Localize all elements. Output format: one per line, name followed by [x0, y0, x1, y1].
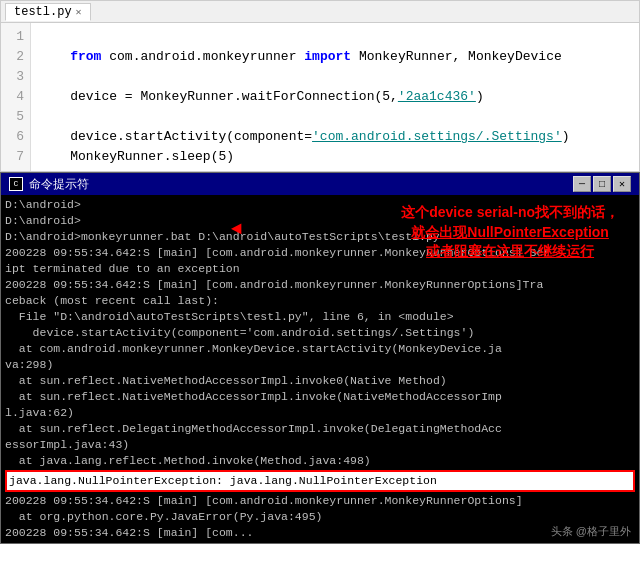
minimize-button[interactable]: ─ — [573, 176, 591, 192]
cmd-line-11: va:298) — [5, 357, 635, 373]
after-error-2: 200228 09:55:34.642:S [main] [com.androi… — [5, 493, 635, 509]
cmd-line-14: l.java:62) — [5, 405, 635, 421]
editor-content: 1 2 3 4 5 6 7 from com.android.monkeyrun… — [1, 23, 639, 171]
editor-tab[interactable]: testl.py ✕ — [5, 3, 91, 21]
cmd-icon: C — [9, 177, 23, 191]
cmd-win-buttons: ─ □ ✕ — [573, 176, 631, 192]
after-error-3: at org.python.core.Py.JavaError(Py.java:… — [5, 509, 635, 525]
code-line-2: from com.android.monkeyrunner import Mon… — [39, 47, 631, 67]
close-button[interactable]: ✕ — [613, 176, 631, 192]
cmd-line-17: at java.lang.reflect.Method.invoke(Metho… — [5, 453, 635, 469]
editor-titlebar: testl.py ✕ — [1, 1, 639, 23]
code-line-6: device.startActivity(component='com.andr… — [39, 127, 631, 147]
cmd-line-16: essorImpl.java:43) — [5, 437, 635, 453]
tab-close-icon[interactable]: ✕ — [76, 6, 82, 18]
line-numbers: 1 2 3 4 5 6 7 — [1, 23, 31, 171]
code-line-3 — [39, 67, 631, 87]
maximize-button[interactable]: □ — [593, 176, 611, 192]
after-error-4: 200228 09:55:34.642:S [main] [com... — [5, 525, 635, 541]
cmd-line-prompt2: D:\android> — [5, 213, 635, 229]
cmd-line-13: at sun.reflect.NativeMethodAccessorImpl.… — [5, 389, 635, 405]
cmd-line-5: ipt terminated due to an exception — [5, 261, 635, 277]
cmd-titlebar: C 命令提示符 ─ □ ✕ — [1, 173, 639, 195]
cmd-window: C 命令提示符 ─ □ ✕ 这个device serial-no找不到的话， 就… — [0, 172, 640, 544]
cmd-line-12: at sun.reflect.NativeMethodAccessorImpl.… — [5, 373, 635, 389]
cmd-line-6: 200228 09:55:34.642:S [main] [com.androi… — [5, 277, 635, 293]
cmd-line-8: File "D:\android\autoTestScripts\testl.p… — [5, 309, 635, 325]
cmd-line-4: 200228 09:55:34.642:S [main] [com.androi… — [5, 245, 635, 261]
cmd-content: D:\android> D:\android> D:\android>monke… — [1, 195, 639, 543]
cmd-line-9: device.startActivity(component='com.andr… — [5, 325, 635, 341]
cmd-title-left: C 命令提示符 — [9, 176, 89, 193]
cmd-line-7: ceback (most recent call last): — [5, 293, 635, 309]
cmd-line-15: at sun.reflect.DelegatingMethodAccessorI… — [5, 421, 635, 437]
tab-label: testl.py — [14, 5, 72, 19]
cmd-title-label: 命令提示符 — [29, 176, 89, 193]
code-line-4: device = MonkeyRunner.waitForConnection(… — [39, 87, 631, 107]
cmd-line-prompt1: D:\android> — [5, 197, 635, 213]
code-lines: from com.android.monkeyrunner import Mon… — [31, 23, 639, 171]
code-line-7: MonkeyRunner.sleep(5) — [39, 147, 631, 167]
code-line-1 — [39, 27, 631, 47]
cmd-line-10: at com.android.monkeyrunner.MonkeyDevice… — [5, 341, 635, 357]
cmd-line-3: D:\android>monkeyrunner.bat D:\android\a… — [5, 229, 635, 245]
code-line-5 — [39, 107, 631, 127]
error-line: java.lang.NullPointerException: java.lan… — [5, 470, 635, 492]
editor-window: testl.py ✕ 1 2 3 4 5 6 7 from com.androi… — [0, 0, 640, 172]
